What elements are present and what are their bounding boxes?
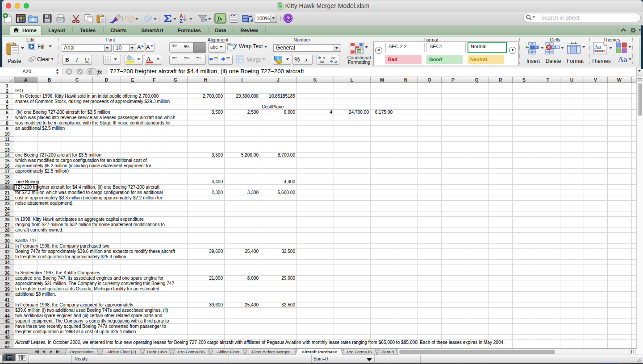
svg-text:additional $8 million.: additional $8 million. — [15, 292, 56, 297]
svg-text:37: 37 — [4, 276, 10, 281]
svg-text:acquired one Boeing 747, its a: acquired one Boeing 747, its associated … — [15, 276, 164, 281]
svg-text:24,700.00: 24,700.00 — [349, 110, 369, 115]
svg-text:Depreciation: Depreciation — [70, 349, 93, 354]
svg-text:L: L — [351, 77, 354, 83]
svg-text:fx: fx — [97, 69, 102, 75]
svg-text:8,700.00: 8,700.00 — [278, 153, 296, 157]
svg-text:W: W — [617, 77, 622, 83]
svg-text:48: 48 — [4, 335, 10, 340]
svg-text:which was modified to cargo co: which was modified to cargo configuratio… — [15, 158, 147, 163]
svg-text:M: M — [380, 77, 384, 83]
svg-text:H: H — [204, 77, 208, 83]
svg-text:J: J — [277, 77, 280, 83]
svg-text:11: 11 — [5, 137, 10, 142]
svg-text:Airline Fleet (2): Airline Fleet (2) — [107, 349, 136, 354]
svg-text:2,500: 2,500 — [247, 110, 259, 115]
svg-text:fx: fx — [217, 15, 222, 22]
svg-text:3: 3 — [6, 94, 8, 99]
svg-text:E: E — [131, 77, 134, 83]
svg-text:25,400: 25,400 — [245, 249, 259, 254]
svg-text:one Boeing: one Boeing — [17, 179, 39, 184]
svg-text:19: 19 — [4, 180, 10, 185]
svg-text:29: 29 — [4, 233, 10, 238]
svg-text:Cost/Plane: Cost/Plane — [262, 104, 284, 109]
svg-text:approximately $5.2 million (in: approximately $5.2 million (including no… — [15, 163, 151, 168]
svg-text:V: V — [594, 77, 597, 83]
svg-text:17: 17 — [4, 169, 10, 174]
svg-text:15: 15 — [4, 158, 10, 163]
svg-text:B: B — [48, 77, 51, 83]
svg-text:T: T — [547, 77, 550, 83]
svg-text:2,700,000: 2,700,000 — [203, 94, 223, 99]
svg-text:which was placed into revenue: which was placed into revenue service as… — [15, 115, 175, 120]
svg-text:R: R — [499, 77, 502, 83]
svg-text:100%: 100% — [257, 16, 270, 21]
svg-text:47: 47 — [4, 330, 10, 335]
svg-text:support equipment. The Company: support equipment. The Company is curren… — [15, 318, 169, 323]
svg-text:approximately $2.5 million): approximately $2.5 million) — [15, 169, 69, 174]
svg-text:Debt 1998: Debt 1998 — [147, 349, 167, 354]
svg-text:C: C — [75, 77, 79, 83]
svg-text:44: 44 — [4, 314, 10, 318]
svg-text:31: 31 — [4, 244, 10, 249]
svg-text:21: 21 — [4, 190, 10, 195]
svg-text:13: 13 — [4, 148, 10, 153]
svg-text:32,500: 32,500 — [281, 249, 295, 254]
svg-text:In September 1997, the Kalitta: In September 1997, the Kalitta Companies — [15, 270, 100, 275]
svg-text:Aircraft Purchase: Aircraft Purchase — [301, 349, 337, 354]
svg-text:$39.6 million (i) two addition: $39.6 million (i) two additional used Bo… — [15, 308, 168, 313]
svg-text:Pro Forma IS: Pro Forma IS — [347, 349, 372, 354]
svg-text:?: ? — [286, 15, 290, 22]
svg-text:2: 2 — [6, 89, 8, 94]
svg-text:S: S — [522, 77, 526, 83]
svg-text:25,400: 25,400 — [245, 302, 259, 307]
svg-text:one Boeing 727-200 aircraft fo: one Boeing 727-200 aircraft for $3.5 mil… — [15, 153, 101, 157]
svg-text:8,000: 8,000 — [247, 276, 259, 281]
svg-text:33: 33 — [4, 255, 10, 260]
svg-text:28: 28 — [4, 228, 10, 233]
svg-text:22: 22 — [4, 196, 10, 201]
svg-text:D: D — [105, 77, 109, 83]
svg-text:27: 27 — [4, 223, 10, 228]
svg-text:freighter configuration in 199: freighter configuration in 1998 at a cos… — [15, 329, 137, 334]
svg-text:6,175.00: 6,175.00 — [375, 110, 393, 115]
svg-text:43: 43 — [4, 308, 10, 313]
svg-text:30: 30 — [4, 239, 10, 244]
svg-text:Fleet Before Merger: Fleet Before Merger — [252, 349, 289, 354]
svg-text:.0: .0 — [334, 60, 337, 64]
svg-text:approximately $21 million. The: approximately $21 million. The Company i… — [15, 281, 174, 286]
svg-text:4: 4 — [330, 110, 332, 115]
svg-text:O: O — [427, 77, 431, 83]
svg-text:2,300: 2,300 — [212, 190, 223, 195]
svg-text:20: 20 — [4, 185, 10, 190]
svg-text:5,200.00: 5,200.00 — [241, 153, 259, 157]
svg-text:aircraft currently owned.: aircraft currently owned. — [15, 228, 63, 232]
svg-text:1: 1 — [6, 83, 8, 88]
svg-text:49: 49 — [4, 340, 10, 345]
svg-text:36: 36 — [4, 271, 10, 276]
svg-text:noise abatement equipment),: noise abatement equipment), — [15, 201, 74, 206]
svg-text:4: 4 — [6, 99, 8, 104]
svg-text:Z: Z — [180, 18, 183, 24]
svg-text:two additional spare engines a: two additional spare engines and (iii) c… — [15, 313, 162, 318]
svg-text:A: A — [137, 44, 141, 50]
svg-text:In 1998, Kitty Hawk anticipate: In 1998, Kitty Hawk anticipates an aggre… — [15, 217, 144, 222]
svg-text:18: 18 — [4, 174, 10, 179]
svg-text:Aa: Aa — [594, 44, 601, 50]
svg-text:5,600.00: 5,600.00 — [278, 190, 296, 195]
svg-text:Boeing 747s for approximately: Boeing 747s for approximately $39.6 mill… — [15, 249, 175, 254]
svg-text:39,600: 39,600 — [209, 249, 223, 254]
svg-text:6: 6 — [6, 110, 8, 115]
svg-text:10.85185185: 10.85185185 — [269, 94, 295, 99]
svg-text:to freighter configuration at: to freighter configuration at its Oscoda… — [15, 286, 159, 291]
svg-text:to freighter configuration for: to freighter configuration for approxima… — [15, 254, 127, 259]
svg-text:an additional $2.5 million: an additional $2.5 million — [15, 126, 65, 131]
svg-text:4,400: 4,400 — [212, 179, 223, 184]
svg-text:In February 1998, the Company: In February 1998, the Company acquired f… — [15, 302, 134, 307]
svg-text:was modified to be in complian: was modified to be in compliance with th… — [15, 120, 171, 125]
svg-text:40: 40 — [4, 292, 10, 297]
svg-text:G: G — [174, 77, 177, 83]
svg-text:Kalitta 747: Kalitta 747 — [15, 238, 37, 243]
svg-text:Aircraft Leases. In October 20: Aircraft Leases. In October 2002, we ent… — [15, 340, 505, 345]
svg-text:P: P — [451, 77, 455, 83]
